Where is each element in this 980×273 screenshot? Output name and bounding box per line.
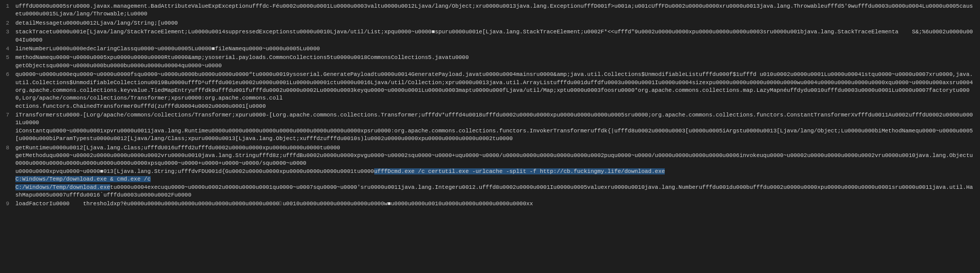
line-number: 8 — [0, 144, 15, 152]
table-row: 6qu0000~u0000u000equ0000~u0000u0000fsqu0… — [0, 70, 980, 111]
line-number: 1 — [0, 3, 15, 10]
table-row: 2detailMessagetu0000u0012Ljava/lang/Stri… — [0, 19, 980, 28]
line-content: qu0000~u0000u000equ0000~u0000u0000fsqu00… — [15, 71, 980, 110]
code-container: 1ufffdU0000u0005sru0000.javax.management… — [0, 0, 980, 211]
line-content: loadFactorIu0000 thresholdxp?èu0000u0000… — [15, 200, 980, 208]
line-content: getRuntimeu0000u0012[Ljava.lang.Class;uf… — [15, 144, 980, 200]
line-number: 2 — [0, 20, 15, 27]
line-number: 4 — [0, 45, 15, 53]
table-row: 9loadFactorIu0000 thresholdxp?èu0000u000… — [0, 200, 980, 208]
line-number: 6 — [0, 71, 15, 79]
line-number: 9 — [0, 200, 15, 208]
line-content: detailMessagetu0000u0012Ljava/lang/Strin… — [15, 20, 980, 27]
table-row: 1ufffdU0000u0005sru0000.javax.management… — [0, 2, 980, 19]
line-content: stackTracetu0000u001e[Ljava/lang/StackTr… — [15, 28, 980, 44]
table-row: 8getRuntimeu0000u0012[Ljava.lang.Class;u… — [0, 144, 980, 200]
line-content: methodNamequ0000~u0000u0005xpu0000u0000u… — [15, 54, 980, 70]
line-number: 3 — [0, 28, 15, 36]
line-content: iTransformerstu0000-[Lorg/apache/commons… — [15, 111, 980, 143]
table-row: 4lineNumberLu0000u000edeclaringClassqu00… — [0, 45, 980, 53]
line-number: 5 — [0, 54, 15, 62]
table-row: 7iTransformerstu0000-[Lorg/apache/common… — [0, 111, 980, 144]
line-content: lineNumberLu0000u000edeclaringClassqu000… — [15, 45, 980, 53]
table-row: 3stackTracetu0000u001e[Ljava/lang/StackT… — [0, 28, 980, 45]
line-content: ufffdU0000u0005sru0000.javax.management.… — [15, 3, 980, 18]
line-number: 7 — [0, 111, 15, 119]
table-row: 5methodNamequ0000~u0000u0005xpu0000u0000… — [0, 53, 980, 70]
